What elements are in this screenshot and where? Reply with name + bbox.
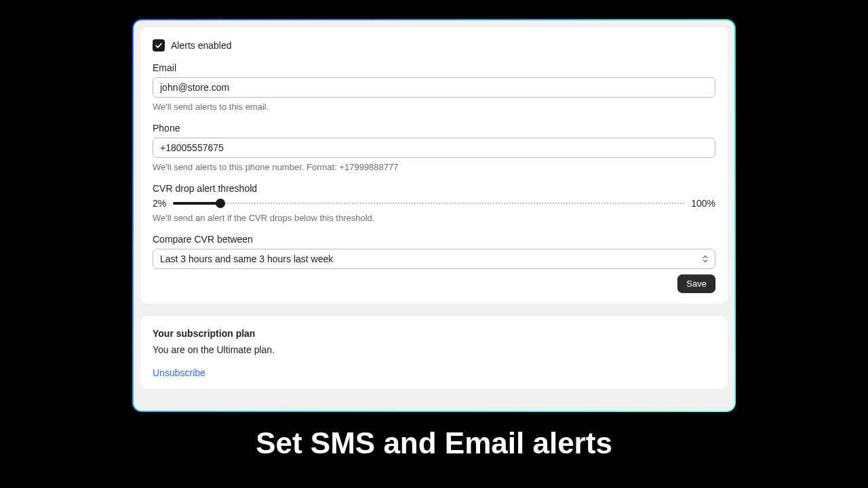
save-button[interactable]: Save <box>677 274 715 293</box>
email-label: Email <box>153 62 715 73</box>
compare-label: Compare CVR between <box>153 234 715 245</box>
subscription-title: Your subscription plan <box>153 328 715 339</box>
threshold-slider[interactable] <box>173 199 684 208</box>
threshold-help-text: We'll send an alert if the CVR drops bel… <box>153 213 715 223</box>
compare-select-wrap: Last 3 hours and same 3 hours last week <box>153 249 715 269</box>
threshold-label: CVR drop alert threshold <box>153 183 715 194</box>
alerts-card: Alerts enabled Email We'll send alerts t… <box>140 27 728 304</box>
phone-field-group: Phone We'll send alerts to this phone nu… <box>153 123 715 172</box>
threshold-max-label: 100% <box>691 198 715 209</box>
settings-panel-frame: Alerts enabled Email We'll send alerts t… <box>132 19 736 412</box>
email-field-group: Email We'll send alerts to this email. <box>153 62 715 112</box>
slider-rail <box>173 203 684 204</box>
phone-help-text: We'll send alerts to this phone number. … <box>153 162 715 172</box>
email-help-text: We'll send alerts to this email. <box>153 102 715 112</box>
settings-panel: Alerts enabled Email We'll send alerts t… <box>134 20 734 411</box>
subscription-text: You are on the Ultimate plan. <box>153 344 715 355</box>
alerts-enabled-label: Alerts enabled <box>171 40 232 51</box>
threshold-field-group: CVR drop alert threshold 2% 100% We'll s… <box>153 183 715 223</box>
check-icon <box>155 41 163 49</box>
compare-select[interactable]: Last 3 hours and same 3 hours last week <box>153 249 715 269</box>
phone-input[interactable] <box>153 138 715 158</box>
alerts-enabled-checkbox[interactable] <box>153 39 165 52</box>
phone-label: Phone <box>153 123 715 134</box>
save-row: Save <box>153 274 715 293</box>
caption-text: Set SMS and Email alerts <box>0 427 868 460</box>
threshold-slider-wrap: 2% 100% <box>153 198 715 209</box>
slider-fill <box>173 202 220 205</box>
email-input[interactable] <box>153 77 715 98</box>
unsubscribe-link[interactable]: Unsubscribe <box>153 367 205 378</box>
subscription-card: Your subscription plan You are on the Ul… <box>140 316 728 389</box>
slider-thumb[interactable] <box>216 199 225 208</box>
compare-field-group: Compare CVR between Last 3 hours and sam… <box>153 234 715 269</box>
threshold-min-label: 2% <box>153 198 166 209</box>
alerts-enabled-row: Alerts enabled <box>153 39 715 52</box>
